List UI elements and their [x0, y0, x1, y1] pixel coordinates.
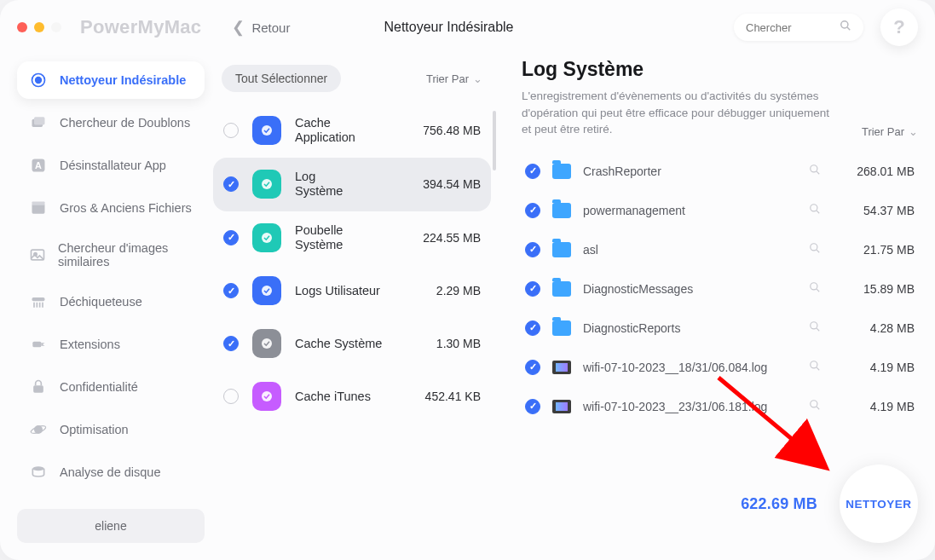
- checkbox[interactable]: [525, 281, 540, 297]
- file-row[interactable]: CrashReporter 268.01 MB: [522, 153, 918, 189]
- sidebar-item-similar-images[interactable]: Chercheur d'images similaires: [17, 232, 205, 278]
- extension-icon: [29, 335, 48, 354]
- sidebar-item-shredder[interactable]: Déchiqueteuse: [17, 283, 205, 320]
- category-name: Cache Système: [295, 337, 423, 351]
- checkbox[interactable]: [223, 283, 239, 298]
- checkbox[interactable]: [223, 336, 239, 351]
- search-input[interactable]: [746, 21, 840, 34]
- file-size: 268.01 MB: [838, 165, 915, 178]
- reveal-icon[interactable]: [804, 281, 826, 296]
- category-list: CacheApplication 756.48 MB LogSystème 39…: [213, 104, 491, 543]
- sidebar-item-app-uninstaller[interactable]: A Désinstallateur App: [17, 147, 205, 184]
- svg-point-27: [262, 391, 272, 401]
- category-row[interactable]: LogSystème 394.54 MB: [213, 158, 491, 211]
- file-row[interactable]: wifi-07-10-2023__23/31/06.181.log 4.19 M…: [522, 389, 918, 424]
- checkbox[interactable]: [223, 123, 239, 138]
- sidebar-item-large-old-files[interactable]: Gros & Anciens Fichiers: [17, 189, 205, 227]
- category-icon: [252, 276, 281, 305]
- sidebar-item-duplicate-finder[interactable]: Chercheur de Doublons: [17, 104, 205, 141]
- reveal-icon[interactable]: [804, 320, 826, 335]
- category-size: 452.41 KB: [425, 390, 481, 403]
- file-icon: [552, 361, 571, 374]
- sort-categories-button[interactable]: Trier Par ⌄: [426, 72, 482, 85]
- category-size: 2.29 MB: [436, 284, 481, 297]
- checkbox[interactable]: [223, 176, 239, 192]
- file-name: wifi-07-10-2023__18/31/06.084.log: [583, 361, 792, 374]
- svg-point-36: [811, 322, 817, 329]
- checkbox[interactable]: [525, 399, 540, 414]
- back-button[interactable]: ❮ Retour: [232, 18, 290, 37]
- svg-rect-8: [32, 204, 45, 214]
- zoom-window-button[interactable]: [51, 22, 61, 32]
- minimize-window-button[interactable]: [34, 22, 44, 32]
- titlebar: PowerMyMac ❮ Retour Nettoyeur Indésirabl…: [0, 0, 935, 55]
- checkbox[interactable]: [525, 320, 540, 336]
- close-window-button[interactable]: [17, 22, 27, 32]
- reveal-icon[interactable]: [804, 164, 826, 178]
- folder-icon: [552, 164, 571, 179]
- svg-line-31: [817, 211, 819, 213]
- sidebar-item-label: Optimisation: [60, 423, 129, 436]
- checkbox[interactable]: [223, 230, 239, 245]
- target-icon: [29, 71, 48, 89]
- reveal-icon[interactable]: [804, 242, 826, 257]
- file-name: DiagnosticMessages: [583, 282, 792, 296]
- reveal-icon[interactable]: [804, 203, 826, 217]
- sidebar-item-label: Confidentialité: [60, 380, 138, 394]
- category-row[interactable]: PoubelleSystème 224.55 MB: [213, 211, 491, 265]
- category-row[interactable]: Cache iTunes 452.41 KB: [213, 370, 491, 423]
- sidebar-item-junk-cleaner[interactable]: Nettoyeur Indésirable: [17, 61, 205, 99]
- file-row[interactable]: DiagnosticMessages 15.89 MB: [522, 271, 918, 307]
- checkbox[interactable]: [525, 164, 540, 179]
- svg-point-3: [36, 78, 42, 84]
- total-size: 622.69 MB: [741, 495, 817, 513]
- sidebar-item-disk-analysis[interactable]: Analyse de disque: [17, 453, 205, 491]
- category-size: 756.48 MB: [423, 124, 481, 137]
- sidebar-item-privacy[interactable]: Confidentialité: [17, 368, 205, 406]
- reveal-icon[interactable]: [804, 399, 826, 413]
- checkbox[interactable]: [223, 389, 239, 404]
- file-size: 4.19 MB: [838, 400, 915, 413]
- svg-text:A: A: [35, 160, 42, 170]
- clean-label: NETTOYER: [846, 498, 911, 511]
- checkbox[interactable]: [525, 203, 540, 218]
- file-size: 4.19 MB: [838, 361, 915, 374]
- scrollbar[interactable]: [493, 111, 496, 170]
- svg-point-23: [262, 179, 272, 189]
- category-row[interactable]: CacheApplication 756.48 MB: [213, 104, 491, 158]
- select-all-button[interactable]: Tout Sélectionner: [222, 65, 341, 92]
- svg-point-30: [811, 205, 817, 211]
- shredder-icon: [29, 292, 48, 311]
- sidebar-item-extensions[interactable]: Extensions: [17, 326, 205, 363]
- detail-title: Log Système: [522, 58, 836, 81]
- file-name: CrashReporter: [583, 165, 792, 178]
- svg-point-21: [32, 466, 43, 471]
- user-account-button[interactable]: eliene: [17, 509, 205, 543]
- disk-icon: [29, 463, 48, 482]
- search-box[interactable]: [734, 14, 863, 41]
- svg-point-22: [262, 125, 272, 136]
- file-size: 54.37 MB: [838, 204, 915, 217]
- file-row[interactable]: DiagnosticReports 4.28 MB: [522, 310, 918, 346]
- sidebar-item-optimization[interactable]: Optimisation: [17, 411, 205, 448]
- category-row[interactable]: Logs Utilisateur 2.29 MB: [213, 264, 491, 317]
- svg-rect-17: [32, 342, 41, 348]
- sidebar-item-label: Analyse de disque: [60, 465, 161, 479]
- user-label: eliene: [95, 519, 126, 533]
- category-column: Tout Sélectionner Trier Par ⌄ CacheAppli…: [213, 58, 491, 543]
- file-size: 21.75 MB: [838, 243, 915, 257]
- category-name: CacheApplication: [295, 116, 409, 146]
- file-row[interactable]: powermanagement 54.37 MB: [522, 193, 918, 228]
- clean-button[interactable]: NETTOYER: [840, 465, 918, 543]
- category-row[interactable]: Cache Système 1.30 MB: [213, 317, 491, 370]
- checkbox[interactable]: [525, 242, 540, 257]
- checkbox[interactable]: [525, 360, 540, 375]
- folder-icon: [552, 320, 571, 336]
- file-row[interactable]: wifi-07-10-2023__18/31/06.084.log 4.19 M…: [522, 349, 918, 385]
- sort-files-button[interactable]: Trier Par ⌄: [862, 125, 918, 138]
- help-button[interactable]: ?: [880, 9, 918, 46]
- svg-point-28: [811, 165, 817, 172]
- app-title: PowerMyMac: [80, 16, 201, 38]
- reveal-icon[interactable]: [804, 360, 826, 374]
- file-row[interactable]: asl 21.75 MB: [522, 232, 918, 268]
